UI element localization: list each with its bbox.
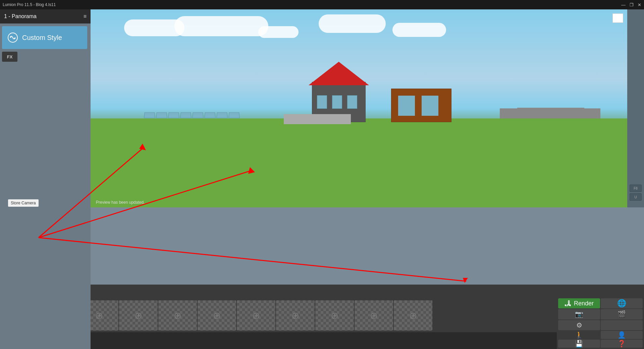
titlebar: Lumion Pro 11.5 - Blog 4.ls11 — ❐ ✕ xyxy=(0,0,644,9)
save-icon: 💾 xyxy=(575,340,583,348)
ext-window-2 xyxy=(422,96,438,116)
cloud xyxy=(174,16,268,36)
photo-button[interactable]: 📷 xyxy=(558,309,600,319)
main-building xyxy=(305,62,379,122)
store-camera-tooltip: Store Camera xyxy=(8,199,39,207)
cloud xyxy=(392,23,446,37)
filmstrip-cell[interactable]: ⊕ xyxy=(276,300,315,331)
svg-marker-8 xyxy=(463,278,468,283)
empty-cell-icon: ⊕ xyxy=(213,310,221,321)
bg-buildings-2 xyxy=(517,108,584,114)
ext-window xyxy=(398,96,415,116)
svg-point-2 xyxy=(14,38,15,39)
help-icon: ❓ xyxy=(618,340,626,348)
empty-cell-icon: ⊕ xyxy=(135,310,142,321)
solar-panel xyxy=(168,112,179,118)
solar-panel xyxy=(156,112,167,118)
save-button[interactable]: 💾 xyxy=(558,340,600,348)
solar-panel xyxy=(192,112,204,118)
solar-panel xyxy=(180,112,192,118)
empty-cell-icon: ⊕ xyxy=(409,310,417,321)
empty-cell-icon: ⊕ xyxy=(252,310,260,321)
fx-button[interactable]: FX xyxy=(2,52,17,62)
cloud xyxy=(258,26,299,38)
custom-style-icon xyxy=(7,32,18,43)
empty-cell-icon: ⊕ xyxy=(291,310,299,321)
empty-cell-icon: ⊕ xyxy=(331,310,338,321)
cloud xyxy=(319,14,386,33)
empty-cell-icon: ⊕ xyxy=(95,310,103,321)
panel-header: 1 - Panorama ≡ xyxy=(0,9,91,23)
solar-panel xyxy=(216,112,228,118)
filmstrip-cell[interactable]: ⊕ xyxy=(119,300,158,331)
titlebar-controls: — ❐ ✕ xyxy=(621,3,641,7)
placeholder-btn[interactable] xyxy=(601,320,643,330)
gear-icon: ⚙ xyxy=(576,321,582,329)
preview-status-text: Preview has been updated. xyxy=(96,200,145,205)
empty-cell-icon: ⊕ xyxy=(174,310,181,321)
svg-point-1 xyxy=(10,36,11,38)
left-panel: 1 - Panorama ≡ Custom Style FX xyxy=(0,9,91,349)
custom-style-label: Custom Style xyxy=(22,34,62,42)
panel-title: 1 - Panorama xyxy=(4,13,37,19)
settings-button[interactable]: ⚙ xyxy=(558,320,600,330)
filmstrip-cell[interactable]: ⊕ xyxy=(394,300,432,331)
filmstrip-cell[interactable]: ⊕ xyxy=(237,300,275,331)
walk-mode-button[interactable]: 🚶 xyxy=(558,331,600,339)
custom-style-button[interactable]: Custom Style xyxy=(2,26,87,49)
filmstrip: ⊕ ⊕ ⊕ ⊕ ⊕ ⊕ ⊕ ⊕ ⊕ ⊕ xyxy=(0,299,644,332)
empty-cell-icon: ⊕ xyxy=(370,310,378,321)
globe-button[interactable]: 🌐 xyxy=(601,298,643,308)
solar-panels xyxy=(144,112,239,118)
window xyxy=(317,95,327,109)
minimize-button[interactable]: — xyxy=(621,3,626,7)
viewport: ⚡ ⚡ xyxy=(91,9,627,207)
globe-icon: 🌐 xyxy=(617,299,626,308)
render-icon: 🏞 xyxy=(565,300,571,307)
titlebar-title: Lumion Pro 11.5 - Blog 4.ls11 xyxy=(3,2,56,7)
close-button[interactable]: ✕ xyxy=(638,3,641,7)
right-edge-panel: F8 U xyxy=(627,9,644,207)
help-button[interactable]: ❓ xyxy=(601,340,643,348)
render-label: Render xyxy=(574,300,594,307)
movie-button[interactable]: 🎬 xyxy=(601,309,643,319)
solar-panel xyxy=(228,112,240,118)
u-button[interactable]: U xyxy=(630,193,642,201)
filmstrip-area: ⊕ ⊕ ⊕ ⊕ ⊕ ⊕ ⊕ ⊕ ⊕ ⊕ 1 - Panorama xyxy=(0,285,644,349)
window xyxy=(347,95,357,109)
filmstrip-cell[interactable]: ⊕ xyxy=(198,300,236,331)
right-buttons-panel: 🏞 Render 🌐 📷 🎬 ⚙ 🚶 👤 💾 ❓ xyxy=(557,297,644,349)
render-button[interactable]: 🏞 Render xyxy=(558,298,600,308)
menu-icon[interactable]: ≡ xyxy=(84,13,87,19)
extension-building xyxy=(391,89,451,122)
filmstrip-cell[interactable]: ⊕ xyxy=(355,300,393,331)
concrete-base xyxy=(284,114,351,124)
window xyxy=(332,95,342,109)
maximize-button[interactable]: ❐ xyxy=(630,3,634,7)
solar-panel xyxy=(144,112,155,118)
scene: ⚡ ⚡ xyxy=(91,9,627,207)
filmstrip-cell[interactable]: ⊕ xyxy=(158,300,197,331)
svg-line-5 xyxy=(39,238,466,281)
person-icon: 👤 xyxy=(618,331,626,339)
photo-icon: 📷 xyxy=(575,310,583,318)
viewport-white-square[interactable] xyxy=(612,13,623,23)
filmstrip-cell[interactable]: ⊕ xyxy=(315,300,354,331)
ground xyxy=(91,118,627,208)
walk-icon: 🚶 xyxy=(575,331,583,339)
person-button[interactable]: 👤 xyxy=(601,331,643,339)
building-roof xyxy=(309,62,369,85)
solar-panel xyxy=(204,112,216,118)
f8-button[interactable]: F8 xyxy=(630,185,642,192)
movie-icon: 🎬 xyxy=(618,310,626,318)
